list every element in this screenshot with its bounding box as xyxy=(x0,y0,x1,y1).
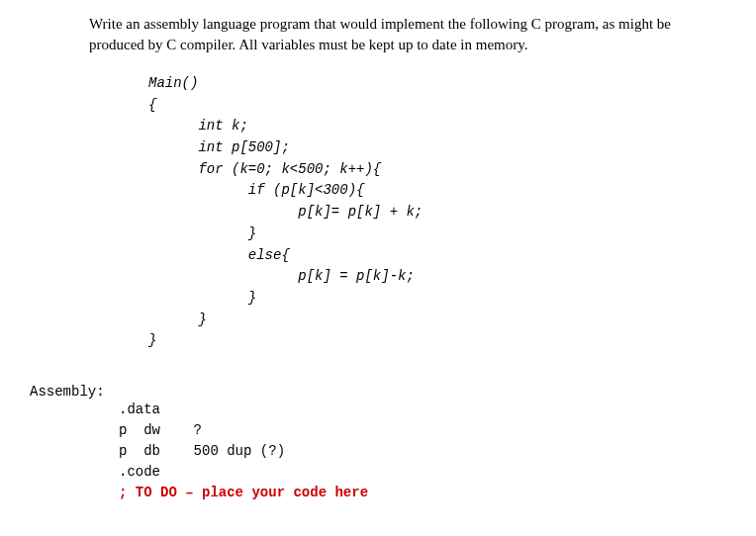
code-line: .data xyxy=(119,400,746,420)
code-line: p db 500 dup (?) xyxy=(119,441,746,462)
c-code-block: Main() { int k; int p[500]; for (k=0; k<… xyxy=(148,73,746,352)
code-line: for (k=0; k<500; k++){ xyxy=(148,159,746,181)
code-line: } xyxy=(148,288,746,310)
code-line: else{ xyxy=(148,245,746,267)
code-line: p dw ? xyxy=(119,420,746,441)
code-line: if (p[k]<300){ xyxy=(148,180,746,202)
code-line: } xyxy=(148,310,746,331)
code-line: Main() xyxy=(148,73,746,95)
code-line: p[k]= p[k] + k; xyxy=(148,202,746,223)
code-line: int k; xyxy=(148,116,746,137)
problem-statement: Write an assembly language program that … xyxy=(89,14,716,55)
document-container: Write an assembly language program that … xyxy=(0,0,756,513)
assembly-code-block: .data p dw ? p db 500 dup (?) .code ; TO… xyxy=(119,400,746,503)
code-line: .code xyxy=(119,462,746,483)
assembly-label: Assembly: xyxy=(30,384,746,400)
code-line: { xyxy=(148,95,746,117)
code-line: } xyxy=(148,223,746,245)
code-line: int p[500]; xyxy=(148,137,746,159)
code-line: } xyxy=(148,330,746,352)
todo-comment: ; TO DO – place your code here xyxy=(119,483,746,503)
code-line: p[k] = p[k]-k; xyxy=(148,266,746,288)
